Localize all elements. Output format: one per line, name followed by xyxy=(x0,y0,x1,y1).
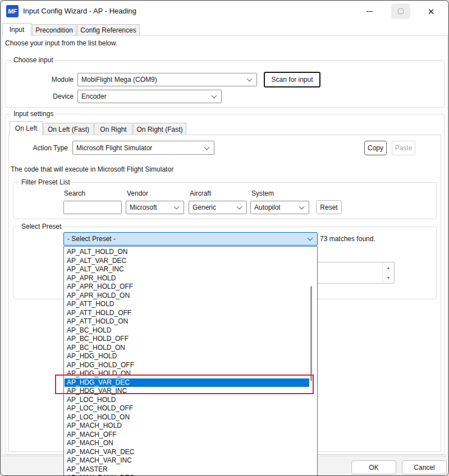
maximize-button[interactable] xyxy=(391,3,410,19)
chevron-down-icon xyxy=(204,144,210,150)
title-bar: MF Input Config Wizard - AP - Heading ✕ xyxy=(1,1,448,22)
aircraft-value: Generic xyxy=(193,204,216,211)
preset-option[interactable]: AP_MACH_OFF xyxy=(65,431,309,440)
preset-option[interactable]: AP_MACH_HOLD xyxy=(65,422,309,431)
minimize-button[interactable] xyxy=(357,2,382,20)
vendor-label: Vendor xyxy=(127,190,148,197)
chevron-down-icon xyxy=(247,76,253,82)
tab-on-right-fast[interactable]: On Right (Fast) xyxy=(133,123,186,135)
tab-config-references-label: Config References xyxy=(80,26,136,34)
tab-input[interactable]: Input xyxy=(2,23,31,36)
code-note-text: The code that will execute in Microsoft … xyxy=(11,165,173,173)
device-select[interactable]: Encoder xyxy=(77,90,222,103)
module-value: MobiFlight Mega (COM9) xyxy=(81,76,157,84)
copy-button[interactable]: Copy xyxy=(364,141,387,155)
action-type-label: Action Type xyxy=(32,141,68,155)
preset-option[interactable]: AP_LOC_HOLD xyxy=(65,396,309,405)
preset-option[interactable]: AP_HDG_HOLD xyxy=(65,352,309,361)
filter-preset-group-label: Filter Preset List xyxy=(19,178,72,186)
close-icon: ✕ xyxy=(428,7,435,16)
scan-for-input-button[interactable]: Scan for input xyxy=(264,72,320,87)
module-select[interactable]: MobiFlight Mega (COM9) xyxy=(77,73,257,86)
preset-option[interactable]: AP_APR_HOLD xyxy=(65,274,309,283)
preset-dropdown-list[interactable]: AP_ALT_HOLD_ONAP_ALT_VAR_DECAP_ALT_VAR_I… xyxy=(63,246,318,476)
chevron-down-icon xyxy=(174,204,180,210)
preset-option[interactable]: AP_LOC_HOLD_OFF xyxy=(65,404,309,413)
input-config-wizard-window: MF Input Config Wizard - AP - Heading ✕ … xyxy=(0,0,449,476)
device-value: Encoder xyxy=(81,93,107,100)
select-preset-group-label: Select Preset xyxy=(19,223,63,230)
tab-precondition-label: Precondition xyxy=(35,26,73,34)
instruction-text: Choose your input from the list below. xyxy=(5,39,117,47)
aircraft-label: Aircraft xyxy=(190,190,211,197)
tab-on-right-fast-label: On Right (Fast) xyxy=(136,126,182,133)
action-type-value: Microsoft Flight Simulator xyxy=(76,144,152,152)
chevron-down-icon xyxy=(308,235,313,241)
maximize-icon xyxy=(398,8,404,14)
red-highlight-annotation xyxy=(55,375,314,394)
preset-option[interactable]: AP_BC_HOLD xyxy=(65,326,309,335)
vendor-value: Microsoft xyxy=(130,204,157,211)
system-value: Autopilot xyxy=(254,204,281,211)
module-label: Module xyxy=(33,73,74,86)
paste-button[interactable]: Paste xyxy=(392,141,415,155)
matches-found-text: 73 matches found. xyxy=(320,232,375,246)
preset-items-container: AP_ALT_HOLD_ONAP_ALT_VAR_DECAP_ALT_VAR_I… xyxy=(65,248,309,476)
preset-option[interactable]: AP_APR_HOLD_ON xyxy=(65,292,309,301)
preset-option[interactable]: AP_HDG_HOLD_OFF xyxy=(65,361,309,370)
tab-on-left[interactable]: On Left xyxy=(10,121,43,135)
preset-option[interactable]: AP_LOC_HOLD_ON xyxy=(65,413,309,422)
chevron-down-icon xyxy=(299,204,305,210)
cancel-button[interactable]: Cancel xyxy=(402,460,447,474)
window-title: Input Config Wizard - AP - Heading xyxy=(23,1,136,22)
input-settings-group-label: Input settings xyxy=(11,110,56,118)
aircraft-select[interactable]: Generic xyxy=(189,201,247,214)
tab-on-left-label: On Left xyxy=(15,124,37,132)
preset-option[interactable]: AP_MAX_BANK_DEC xyxy=(65,474,309,476)
tab-on-right-label: On Right xyxy=(100,126,126,133)
preset-option[interactable]: AP_ATT_HOLD_ON xyxy=(65,317,309,326)
tab-on-left-fast[interactable]: On Left (Fast) xyxy=(43,123,94,135)
vendor-select[interactable]: Microsoft xyxy=(126,201,184,214)
preset-option[interactable]: AP_APR_HOLD_OFF xyxy=(65,283,309,292)
preset-option[interactable]: AP_ATT_HOLD xyxy=(65,300,309,309)
tab-precondition[interactable]: Precondition xyxy=(32,24,76,35)
chevron-down-icon xyxy=(237,204,242,210)
mobiflight-logo-icon: MF xyxy=(6,5,19,17)
value-spinner[interactable]: ▲ ▼ xyxy=(315,262,395,284)
ok-button[interactable]: OK xyxy=(351,460,396,474)
close-button[interactable]: ✕ xyxy=(419,2,443,20)
reset-button[interactable]: Reset xyxy=(316,200,342,214)
search-label: Search xyxy=(64,190,85,197)
system-label: System xyxy=(251,190,274,197)
action-type-select[interactable]: Microsoft Flight Simulator xyxy=(72,141,214,155)
tab-on-right[interactable]: On Right xyxy=(94,123,132,135)
preset-option[interactable]: AP_BC_HOLD_OFF xyxy=(65,335,309,344)
chevron-down-icon xyxy=(212,93,217,99)
preset-option[interactable]: AP_MACH_VAR_DEC xyxy=(65,448,309,457)
tab-input-label: Input xyxy=(10,26,25,34)
search-input[interactable] xyxy=(63,201,122,214)
preset-option[interactable]: AP_ALT_HOLD_ON xyxy=(65,248,309,257)
spinner-up-icon[interactable]: ▲ xyxy=(382,262,394,273)
select-preset-combobox[interactable]: - Select Preset - xyxy=(63,232,318,246)
select-preset-value: - Select Preset - xyxy=(67,235,116,243)
preset-option[interactable]: AP_BC_HOLD_ON xyxy=(65,344,309,353)
minimize-icon xyxy=(366,11,373,12)
device-label: Device xyxy=(33,90,74,103)
list-scrollbar[interactable] xyxy=(310,286,312,381)
system-select[interactable]: Autopilot xyxy=(250,201,309,214)
preset-option[interactable]: AP_MASTER xyxy=(65,465,309,474)
choose-input-group-label: Choose input xyxy=(11,56,56,64)
preset-option[interactable]: AP_ALT_VAR_INC xyxy=(65,265,309,274)
preset-option[interactable]: AP_ALT_VAR_DEC xyxy=(65,257,309,266)
preset-option[interactable]: AP_MACH_ON xyxy=(65,439,309,448)
tab-on-left-fast-label: On Left (Fast) xyxy=(48,126,89,133)
preset-option[interactable]: AP_ATT_HOLD_OFF xyxy=(65,309,309,318)
tab-config-references[interactable]: Config References xyxy=(77,24,140,35)
preset-option[interactable]: AP_MACH_VAR_INC xyxy=(65,456,309,465)
spinner-down-icon[interactable]: ▼ xyxy=(382,272,394,283)
